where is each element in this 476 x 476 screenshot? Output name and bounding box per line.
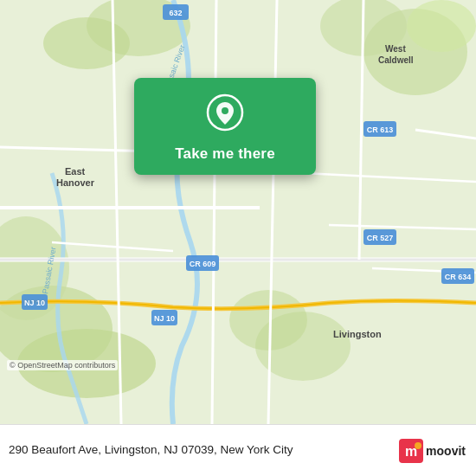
bottom-bar: 290 Beaufort Ave, Livingston, NJ 07039, … [0, 424, 476, 476]
svg-point-8 [43, 17, 130, 69]
svg-text:West: West [385, 44, 406, 54]
svg-point-6 [407, 0, 476, 52]
svg-text:Livingston: Livingston [333, 329, 382, 339]
svg-text:NJ 10: NJ 10 [24, 299, 45, 307]
svg-text:632: 632 [169, 9, 182, 17]
moovit-label: moovit [426, 444, 466, 458]
svg-text:CR 609: CR 609 [190, 260, 216, 268]
moovit-logo: m moovit [399, 439, 466, 463]
map-pin-icon [206, 93, 244, 135]
svg-text:Caldwell: Caldwell [378, 55, 414, 65]
svg-text:CR 613: CR 613 [367, 125, 394, 134]
svg-point-10 [229, 290, 307, 351]
map-container: CR 613 CR 527 CR 634 NJ 10 NJ 10 632 CR … [0, 0, 476, 424]
svg-point-49 [415, 442, 421, 449]
osm-credit: © OpenStreetMap contributors [7, 360, 118, 370]
svg-point-46 [222, 107, 228, 114]
svg-text:CR 634: CR 634 [445, 273, 472, 281]
svg-text:East: East [65, 166, 86, 177]
take-me-there-button[interactable]: Take me there [175, 145, 275, 163]
svg-text:NJ 10: NJ 10 [154, 314, 175, 323]
location-card: Take me there [134, 78, 316, 175]
svg-text:Hanover: Hanover [56, 177, 95, 188]
address-text: 290 Beaufort Ave, Livingston, NJ 07039, … [9, 442, 390, 458]
svg-text:CR 527: CR 527 [367, 234, 394, 242]
